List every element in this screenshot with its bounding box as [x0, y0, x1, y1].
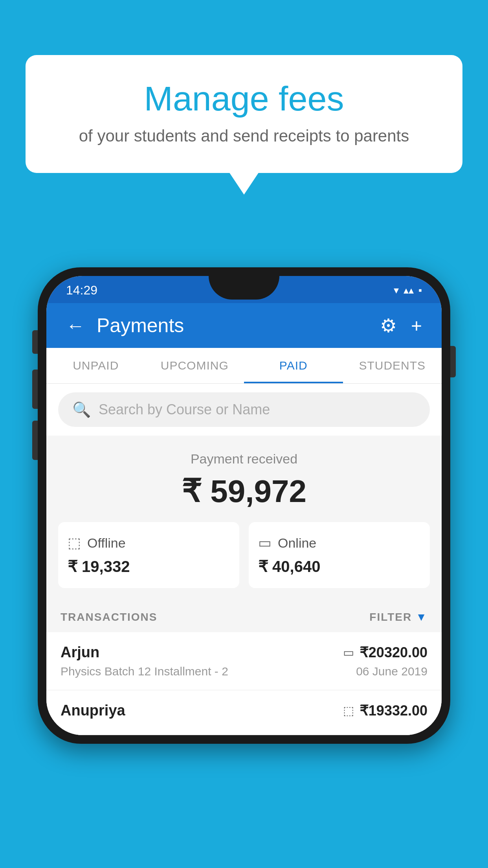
- tab-unpaid[interactable]: UNPAID: [46, 348, 145, 383]
- app-bar: ← Payments ⚙ +: [46, 303, 442, 348]
- transactions-header: TRANSACTIONS FILTER ▼: [46, 602, 442, 632]
- tab-students[interactable]: STUDENTS: [343, 348, 442, 383]
- transaction-row-top: Anupriya ⬚ ₹19332.00: [61, 702, 427, 719]
- status-icons: ▾ ▴▴ ▪: [394, 284, 422, 296]
- payment-total-amount: ₹ 59,972: [58, 473, 430, 509]
- online-card-header: ▭ Online: [258, 535, 420, 551]
- card-icon: ▭: [343, 645, 354, 659]
- transactions-label: TRANSACTIONS: [61, 611, 157, 623]
- online-label: Online: [278, 535, 316, 551]
- online-payment-icon: ▭: [258, 535, 272, 551]
- tabs-bar: UNPAID UPCOMING PAID STUDENTS: [46, 348, 442, 384]
- speech-bubble-title: Manage fees: [57, 79, 431, 119]
- transaction-detail: Physics Batch 12 Installment - 2: [61, 665, 228, 678]
- filter-icon: ▼: [416, 611, 427, 623]
- app-bar-title: Payments: [97, 314, 184, 337]
- rupee-icon: ⬚: [343, 704, 354, 717]
- transaction-amount-wrap: ▭ ₹20320.00: [343, 644, 427, 661]
- power-button: [450, 346, 456, 377]
- tab-upcoming[interactable]: UPCOMING: [145, 348, 244, 383]
- offline-payment-icon: ⬚: [68, 535, 81, 551]
- payment-summary: Payment received ₹ 59,972 ⬚ Offline ₹ 19…: [46, 436, 442, 602]
- app-bar-left: ← Payments: [66, 314, 184, 337]
- offline-amount: ₹ 19,332: [68, 557, 230, 576]
- phone-outer: 14:29 ▾ ▴▴ ▪ ← Payments ⚙ +: [38, 267, 450, 744]
- settings-icon[interactable]: ⚙: [380, 314, 397, 337]
- phone-mockup: 14:29 ▾ ▴▴ ▪ ← Payments ⚙ +: [38, 267, 450, 744]
- payment-received-label: Payment received: [58, 451, 430, 467]
- online-amount: ₹ 40,640: [258, 557, 420, 576]
- offline-card-header: ⬚ Offline: [68, 535, 230, 551]
- transaction-item[interactable]: Anupriya ⬚ ₹19332.00: [46, 690, 442, 735]
- online-card: ▭ Online ₹ 40,640: [249, 522, 430, 588]
- transaction-amount-wrap: ⬚ ₹19332.00: [343, 702, 427, 719]
- search-container: 🔍 Search by Course or Name: [46, 384, 442, 436]
- volume-down-button: [32, 421, 38, 460]
- speech-bubble-subtitle: of your students and send receipts to pa…: [57, 127, 431, 145]
- transaction-row-top: Arjun ▭ ₹20320.00: [61, 644, 427, 661]
- app-bar-actions: ⚙ +: [380, 314, 422, 337]
- transaction-row-bottom: Physics Batch 12 Installment - 2 06 June…: [61, 665, 427, 678]
- offline-card: ⬚ Offline ₹ 19,332: [58, 522, 239, 588]
- signal-icon: ▴▴: [404, 284, 414, 296]
- payment-cards: ⬚ Offline ₹ 19,332 ▭ Online ₹ 40,640: [58, 522, 430, 588]
- transaction-name: Arjun: [61, 644, 99, 661]
- transaction-date: 06 June 2019: [356, 665, 427, 678]
- tab-paid[interactable]: PAID: [244, 348, 343, 383]
- transaction-name: Anupriya: [61, 702, 125, 719]
- add-icon[interactable]: +: [411, 315, 422, 337]
- search-icon: 🔍: [72, 401, 91, 418]
- volume-silent-button: [32, 330, 38, 354]
- speech-bubble-container: Manage fees of your students and send re…: [26, 55, 462, 173]
- filter-button[interactable]: FILTER ▼: [369, 611, 427, 623]
- transaction-amount: ₹19332.00: [360, 702, 427, 719]
- phone-screen: 14:29 ▾ ▴▴ ▪ ← Payments ⚙ +: [46, 276, 442, 735]
- status-time: 14:29: [66, 283, 97, 298]
- filter-label: FILTER: [369, 611, 412, 623]
- battery-icon: ▪: [418, 284, 422, 296]
- search-placeholder: Search by Course or Name: [99, 401, 270, 418]
- speech-bubble: Manage fees of your students and send re…: [26, 55, 462, 173]
- volume-up-button: [32, 370, 38, 409]
- offline-label: Offline: [87, 535, 126, 551]
- transaction-item[interactable]: Arjun ▭ ₹20320.00 Physics Batch 12 Insta…: [46, 632, 442, 690]
- search-box[interactable]: 🔍 Search by Course or Name: [58, 392, 430, 427]
- wifi-icon: ▾: [394, 284, 399, 296]
- back-button[interactable]: ←: [66, 315, 85, 337]
- transaction-amount: ₹20320.00: [360, 644, 427, 661]
